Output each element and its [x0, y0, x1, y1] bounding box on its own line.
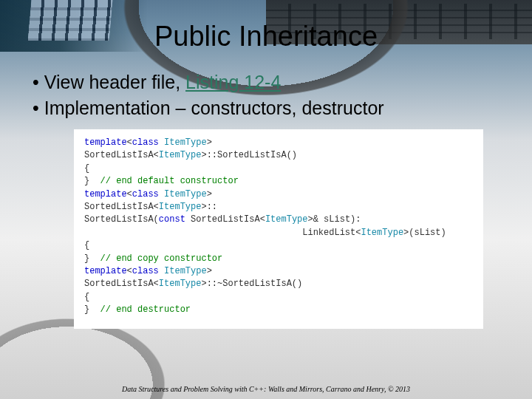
bullet-2: Implementation – constructors, destructo…: [33, 98, 504, 119]
slide-content: Public Inheritance View header file, Lis…: [0, 0, 532, 399]
slide-title: Public Inheritance: [28, 21, 504, 52]
code-listing: template<class ItemType> SortedListIsA<I…: [74, 129, 483, 329]
bullet-1: View header file, Listing 12-4: [33, 72, 504, 93]
code-kw: template: [84, 137, 127, 148]
listing-link[interactable]: Listing 12-4: [185, 72, 281, 92]
bullet-1-text: View header file,: [44, 72, 185, 92]
bullet-list: View header file, Listing 12-4 Implement…: [33, 72, 504, 119]
footer-citation: Data Structures and Problem Solving with…: [0, 385, 532, 393]
